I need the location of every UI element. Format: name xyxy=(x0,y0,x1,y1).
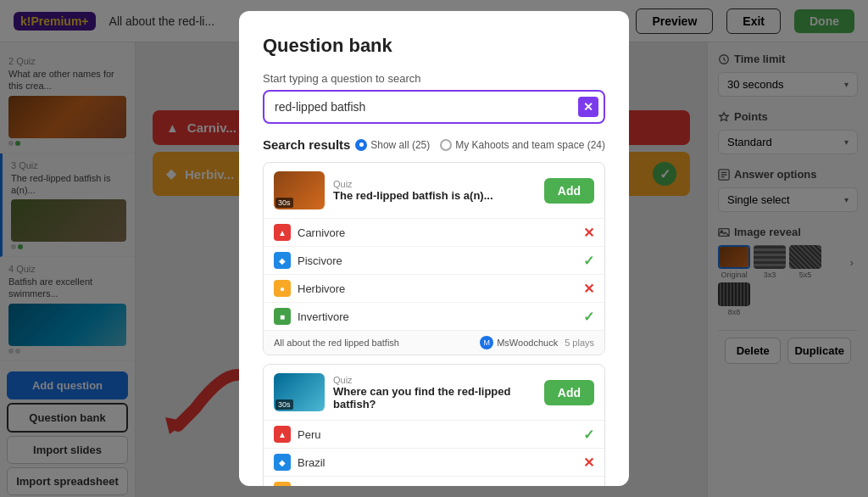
result-type-1: Quiz xyxy=(333,179,536,189)
modal-title: Question bank xyxy=(263,35,605,57)
result-footer-1: All about the red lipped batfish M MsWoo… xyxy=(264,330,604,355)
answer-icon-1-1: ▲ xyxy=(274,224,291,241)
answer-row-2-2: ◆ Brazil ✕ xyxy=(264,448,604,476)
radio-my-kahoots[interactable]: My Kahoots and team space (24) xyxy=(440,139,605,151)
result-meta-1: Quiz The red-lipped batfish is a(n)... xyxy=(333,179,536,202)
answer-text-1-3: Herbivore xyxy=(298,282,576,295)
result-card-header-1: 30s Quiz The red-lipped batfish is a(n).… xyxy=(264,163,604,218)
answer-icon-1-4: ■ xyxy=(274,308,291,325)
answer-row-2-1: ▲ Peru ✓ xyxy=(264,420,604,448)
answer-text-1-2: Piscivore xyxy=(298,254,576,267)
search-label: Start typing a question to search xyxy=(263,72,605,85)
search-input[interactable] xyxy=(263,90,605,124)
user-avatar-1: M xyxy=(480,336,493,349)
result-meta-2: Quiz Where can you find the red-lipped b… xyxy=(333,375,536,410)
result-card-1: 30s Quiz The red-lipped batfish is a(n).… xyxy=(263,162,605,355)
answer-text-2-1: Peru xyxy=(298,428,576,441)
answer-text-1-1: Carnivore xyxy=(298,226,576,239)
answer-icon-1-3: ● xyxy=(274,280,291,297)
radio-my-kahoots-label: My Kahoots and team space (24) xyxy=(455,139,605,151)
results-header: Search results Show all (25) My Kahoots … xyxy=(263,137,605,152)
modal-overlay[interactable]: Question bank Start typing a question to… xyxy=(0,0,868,497)
result-thumb-2: 30s xyxy=(274,373,325,411)
result-question-2: Where can you find the red-lipped batfis… xyxy=(333,385,536,410)
answer-row-2-3: ● Galapagos ✓ xyxy=(264,476,604,486)
result-timer-1: 30s xyxy=(275,198,293,208)
result-question-1: The red-lipped batfish is a(n)... xyxy=(333,189,536,202)
question-bank-modal: Question bank Start typing a question to… xyxy=(239,11,629,486)
answer-row-1-3: ● Herbivore ✕ xyxy=(264,274,604,302)
answer-text-2-2: Brazil xyxy=(298,456,576,469)
result-thumb-1: 30s xyxy=(274,171,325,209)
answer-row-1-4: ■ Invertivore ✓ xyxy=(264,302,604,330)
radio-show-all-label: Show all (25) xyxy=(370,139,430,151)
search-wrapper: ✕ xyxy=(263,90,605,124)
correct-icon-2-3: ✓ xyxy=(583,483,594,487)
radio-dot-filled xyxy=(355,139,367,151)
result-card-header-2: 30s Quiz Where can you find the red-lipp… xyxy=(264,365,604,420)
answer-row-1-2: ◆ Piscivore ✓ xyxy=(264,246,604,274)
result-type-2: Quiz xyxy=(333,375,536,385)
answer-text-1-4: Invertivore xyxy=(298,310,576,323)
kahoot-name-1: All about the red lipped batfish xyxy=(274,338,480,348)
radio-dot-empty xyxy=(440,139,452,151)
add-result-1-button[interactable]: Add xyxy=(544,178,594,204)
answer-icon-2-3: ● xyxy=(274,482,291,486)
add-result-2-button[interactable]: Add xyxy=(544,380,594,405)
plays-1: 5 plays xyxy=(565,338,594,348)
radio-show-all[interactable]: Show all (25) xyxy=(355,139,430,151)
answer-icon-2-1: ▲ xyxy=(274,426,291,443)
clear-search-button[interactable]: ✕ xyxy=(578,97,598,117)
correct-icon-2-1: ✓ xyxy=(583,427,594,443)
answer-icon-1-2: ◆ xyxy=(274,252,291,269)
answer-row-1-1: ▲ Carnivore ✕ xyxy=(264,218,604,246)
answer-text-2-3: Galapagos xyxy=(298,484,576,487)
results-title: Search results xyxy=(263,137,350,152)
answer-icon-2-2: ◆ xyxy=(274,454,291,471)
user-name-1: MsWoodchuck xyxy=(497,338,558,348)
wrong-icon-1-1: ✕ xyxy=(583,225,594,241)
radio-group: Show all (25) My Kahoots and team space … xyxy=(355,139,605,151)
wrong-icon-1-3: ✕ xyxy=(583,281,594,297)
result-card-2: 30s Quiz Where can you find the red-lipp… xyxy=(263,364,605,486)
result-timer-2: 30s xyxy=(275,399,293,410)
correct-icon-1-4: ✓ xyxy=(583,309,594,325)
wrong-icon-2-2: ✕ xyxy=(583,455,594,471)
correct-icon-1-2: ✓ xyxy=(583,253,594,269)
